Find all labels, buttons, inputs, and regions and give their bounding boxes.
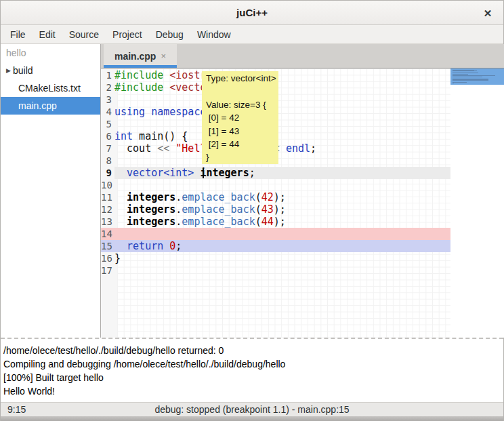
menu-item-edit[interactable]: Edit <box>33 26 62 43</box>
window-title: juCi++ <box>236 7 268 18</box>
line-number[interactable]: 12 <box>101 203 114 216</box>
close-icon[interactable]: ✕ <box>480 6 495 21</box>
output-line: Compiling and debugging /home/olece/test… <box>3 357 501 371</box>
line-number[interactable]: 14 <box>101 228 114 240</box>
code-text: } <box>114 252 450 264</box>
title-bar[interactable]: juCi++ ✕ <box>1 1 503 25</box>
code-text <box>114 264 450 277</box>
code-line-15[interactable]: 15 return 0; <box>101 240 450 252</box>
tooltip-line: [2] = 44 <box>206 138 278 151</box>
line-number[interactable]: 17 <box>101 264 114 277</box>
line-number[interactable]: 5 <box>101 118 114 130</box>
tab-bar: main.cpp× <box>101 44 504 68</box>
tooltip-line: Value: size=3 { <box>206 98 278 111</box>
line-number[interactable]: 16 <box>101 252 114 264</box>
code-text <box>114 155 450 167</box>
line-number[interactable]: 3 <box>101 94 114 106</box>
tree-item-label: main.cpp <box>18 97 57 115</box>
menu-bar: FileEditSourceProjectDebugWindow <box>1 25 503 44</box>
line-number[interactable]: 11 <box>101 191 114 203</box>
code-line-10[interactable]: 10 <box>101 179 450 191</box>
code-text <box>114 179 450 191</box>
output-line: /home/olece/test/hello/./build/debug/hel… <box>3 344 501 357</box>
line-number[interactable]: 8 <box>101 155 114 167</box>
code-text: integers.emplace_back(42); <box>114 191 450 203</box>
active-tab-indicator <box>104 65 177 68</box>
menu-item-project[interactable]: Project <box>106 26 149 43</box>
code-line-9[interactable]: 9 vector<int> integers; <box>101 167 450 179</box>
text-cursor <box>203 168 204 178</box>
tab-label: main.cpp <box>114 51 156 62</box>
minimap-code-line <box>453 71 474 71</box>
tab-close-icon[interactable]: × <box>161 51 166 61</box>
code-line-14[interactable]: 14 <box>101 228 450 240</box>
minimap[interactable] <box>450 68 504 338</box>
expander-icon[interactable]: ▶ <box>1 62 13 79</box>
code-text: return 0; <box>114 240 450 252</box>
tooltip-line: Type: vector<int> <box>206 72 278 85</box>
line-number[interactable]: 6 <box>101 130 114 142</box>
sidebar-item-main-cpp[interactable]: main.cpp <box>1 97 100 115</box>
line-number[interactable]: 13 <box>101 216 114 228</box>
code-text: int main() { <box>114 130 450 142</box>
line-number[interactable]: 4 <box>101 106 114 118</box>
code-line-17[interactable]: 17 <box>101 264 450 277</box>
line-number[interactable]: 15 <box>101 240 114 252</box>
code-text <box>114 94 450 106</box>
tooltip-line: [1] = 43 <box>206 125 278 138</box>
tooltip-line <box>206 85 278 98</box>
tooltip-line: [0] = 42 <box>206 111 278 124</box>
tab-main-cpp[interactable]: main.cpp× <box>104 44 177 68</box>
app-window: juCi++ ✕ FileEditSourceProjectDebugWindo… <box>0 0 504 421</box>
debug-value-tooltip: Type: vector<int> Value: size=3 { [0] = … <box>202 71 278 164</box>
code-editor[interactable]: 1#include <iostream>2#include <vector>34… <box>101 68 504 338</box>
minimap-code-line <box>453 80 488 81</box>
line-number[interactable]: 9 <box>101 167 114 179</box>
minimap-code-line <box>453 75 495 76</box>
status-bar: 9:15 debug: stopped (breakpoint 1.1) - m… <box>1 402 503 416</box>
code-line-16[interactable]: 16} <box>101 252 450 264</box>
status-debug-message: debug: stopped (breakpoint 1.1) - main.c… <box>1 403 503 416</box>
tree-item-label: CMakeLists.txt <box>18 79 81 97</box>
line-number[interactable]: 1 <box>101 69 114 81</box>
output-panel: /home/olece/test/hello/./build/debug/hel… <box>1 338 503 402</box>
tooltip-line: } <box>206 151 278 163</box>
code-text: cout << "Hello World!" << endl; <box>114 142 450 155</box>
minimap-code-line <box>453 82 467 83</box>
sidebar-item-build[interactable]: ▶build <box>1 62 100 79</box>
code-line-12[interactable]: 12 integers.emplace_back(43); <box>101 203 450 216</box>
code-line-11[interactable]: 11 integers.emplace_back(42); <box>101 191 450 203</box>
menu-item-source[interactable]: Source <box>62 26 106 43</box>
code-text <box>114 118 450 130</box>
minimap-viewport[interactable] <box>450 68 504 85</box>
code-lines: 1#include <iostream>2#include <vector>34… <box>101 69 504 277</box>
line-number[interactable]: 10 <box>101 179 114 191</box>
minimap-code-line <box>453 83 454 83</box>
tree-item-label: build <box>13 62 33 79</box>
output-line: [100%] Built target hello <box>3 371 501 384</box>
code-text: integers.emplace_back(44); <box>114 216 450 228</box>
code-text <box>114 228 450 240</box>
minimap-code-line <box>453 77 482 77</box>
minimap-code-line <box>453 73 478 73</box>
file-tree: ▶buildCMakeLists.txtmain.cpp <box>1 62 100 115</box>
sidebar-item-cmakelists-txt[interactable]: CMakeLists.txt <box>1 79 100 97</box>
code-text: vector<int> integers; <box>114 167 450 179</box>
code-line-13[interactable]: 13 integers.emplace_back(44); <box>101 216 450 228</box>
project-name-label: hello <box>1 44 100 62</box>
window-bottom-edge <box>1 416 503 421</box>
code-text: #include <vector> <box>114 81 450 94</box>
menu-item-window[interactable]: Window <box>190 26 238 43</box>
line-number[interactable]: 7 <box>101 142 114 155</box>
line-number[interactable]: 2 <box>101 81 114 94</box>
menu-item-file[interactable]: File <box>3 26 33 43</box>
code-text: using namespace std; <box>114 106 450 118</box>
code-text: integers.emplace_back(43); <box>114 203 450 216</box>
code-text: #include <iostream> <box>114 69 450 81</box>
file-tree-panel: hello ▶buildCMakeLists.txtmain.cpp <box>1 44 100 338</box>
menu-item-debug[interactable]: Debug <box>149 26 190 43</box>
output-line: Hello World! <box>3 384 501 398</box>
